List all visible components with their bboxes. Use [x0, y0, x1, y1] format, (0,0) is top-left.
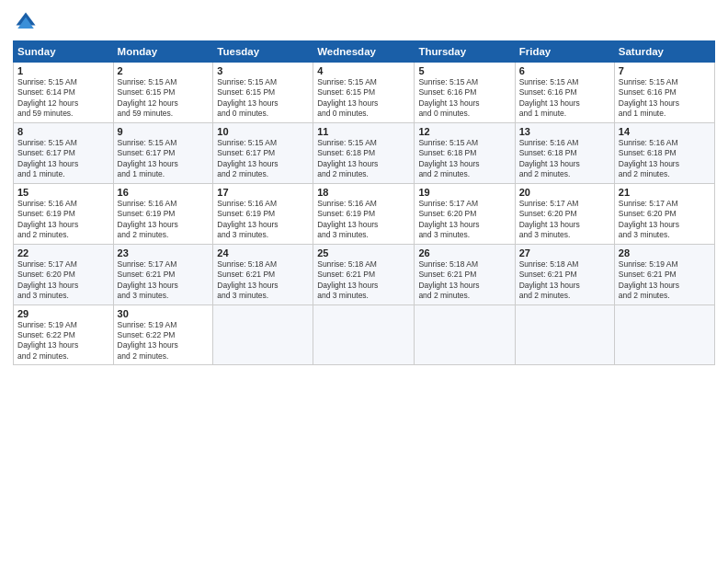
day-info: Sunrise: 5:17 AMSunset: 6:20 PMDaylight … [17, 259, 109, 302]
day-info: Sunrise: 5:16 AMSunset: 6:19 PMDaylight … [217, 199, 309, 241]
day-info: Sunrise: 5:15 AMSunset: 6:15 PMDaylight … [217, 77, 309, 120]
calendar-row: 29Sunrise: 5:19 AMSunset: 6:22 PMDayligh… [14, 304, 715, 365]
table-row: 12Sunrise: 5:15 AMSunset: 6:18 PMDayligh… [415, 122, 515, 183]
col-friday: Friday [515, 41, 614, 63]
calendar-header-row: Sunday Monday Tuesday Wednesday Thursday… [14, 41, 715, 63]
day-info: Sunrise: 5:18 AMSunset: 6:21 PMDaylight … [519, 259, 610, 302]
table-row: 28Sunrise: 5:19 AMSunset: 6:21 PMDayligh… [614, 244, 714, 304]
calendar-row: 1Sunrise: 5:15 AMSunset: 6:14 PMDaylight… [14, 63, 715, 123]
table-row: 24Sunrise: 5:18 AMSunset: 6:21 PMDayligh… [213, 244, 313, 304]
day-info: Sunrise: 5:19 AMSunset: 6:22 PMDaylight … [118, 320, 210, 362]
day-number: 27 [519, 247, 610, 259]
day-number: 13 [519, 126, 610, 137]
table-row [313, 304, 415, 365]
day-number: 3 [217, 65, 309, 76]
day-number: 8 [17, 126, 109, 137]
calendar-row: 8Sunrise: 5:15 AMSunset: 6:17 PMDaylight… [14, 122, 715, 183]
logo [13, 9, 42, 35]
table-row: 25Sunrise: 5:18 AMSunset: 6:21 PMDayligh… [313, 244, 415, 304]
day-info: Sunrise: 5:17 AMSunset: 6:20 PMDaylight … [619, 199, 711, 241]
table-row: 17Sunrise: 5:16 AMSunset: 6:19 PMDayligh… [213, 183, 313, 244]
calendar-row: 15Sunrise: 5:16 AMSunset: 6:19 PMDayligh… [14, 183, 715, 244]
day-info: Sunrise: 5:15 AMSunset: 6:15 PMDaylight … [118, 77, 210, 120]
day-number: 10 [217, 126, 309, 137]
day-number: 19 [418, 187, 510, 198]
day-info: Sunrise: 5:18 AMSunset: 6:21 PMDaylight … [418, 259, 510, 302]
table-row: 22Sunrise: 5:17 AMSunset: 6:20 PMDayligh… [14, 244, 114, 304]
day-number: 1 [17, 65, 109, 76]
page: Sunday Monday Tuesday Wednesday Thursday… [0, 0, 728, 563]
col-monday: Monday [113, 41, 213, 63]
col-thursday: Thursday [415, 41, 515, 63]
day-number: 22 [17, 247, 109, 259]
day-number: 29 [17, 308, 109, 319]
day-info: Sunrise: 5:16 AMSunset: 6:19 PMDaylight … [317, 199, 410, 241]
day-number: 25 [317, 247, 410, 259]
day-info: Sunrise: 5:16 AMSunset: 6:18 PMDaylight … [619, 138, 711, 180]
day-info: Sunrise: 5:17 AMSunset: 6:21 PMDaylight … [118, 259, 210, 302]
day-number: 26 [418, 247, 510, 259]
day-number: 14 [619, 126, 711, 137]
table-row: 13Sunrise: 5:16 AMSunset: 6:18 PMDayligh… [515, 122, 614, 183]
table-row [515, 304, 614, 365]
day-info: Sunrise: 5:15 AMSunset: 6:16 PMDaylight … [619, 77, 711, 120]
day-info: Sunrise: 5:15 AMSunset: 6:16 PMDaylight … [519, 77, 610, 120]
day-number: 15 [17, 187, 109, 198]
day-info: Sunrise: 5:19 AMSunset: 6:21 PMDaylight … [619, 259, 711, 302]
col-sunday: Sunday [14, 41, 114, 63]
day-info: Sunrise: 5:18 AMSunset: 6:21 PMDaylight … [217, 259, 309, 302]
table-row: 16Sunrise: 5:16 AMSunset: 6:19 PMDayligh… [113, 183, 213, 244]
day-number: 21 [619, 187, 711, 198]
table-row [614, 304, 714, 365]
table-row: 10Sunrise: 5:15 AMSunset: 6:17 PMDayligh… [213, 122, 313, 183]
table-row: 5Sunrise: 5:15 AMSunset: 6:16 PMDaylight… [415, 63, 515, 123]
table-row: 29Sunrise: 5:19 AMSunset: 6:22 PMDayligh… [14, 304, 114, 365]
day-number: 11 [317, 126, 410, 137]
day-number: 16 [118, 187, 210, 198]
day-info: Sunrise: 5:15 AMSunset: 6:16 PMDaylight … [418, 77, 510, 120]
day-number: 12 [418, 126, 510, 137]
logo-icon [13, 9, 39, 35]
table-row: 15Sunrise: 5:16 AMSunset: 6:19 PMDayligh… [14, 183, 114, 244]
day-info: Sunrise: 5:19 AMSunset: 6:22 PMDaylight … [17, 320, 109, 362]
table-row: 19Sunrise: 5:17 AMSunset: 6:20 PMDayligh… [415, 183, 515, 244]
day-info: Sunrise: 5:15 AMSunset: 6:17 PMDaylight … [217, 138, 309, 180]
table-row: 9Sunrise: 5:15 AMSunset: 6:17 PMDaylight… [113, 122, 213, 183]
day-info: Sunrise: 5:15 AMSunset: 6:17 PMDaylight … [17, 138, 109, 180]
day-number: 23 [118, 247, 210, 259]
day-info: Sunrise: 5:15 AMSunset: 6:17 PMDaylight … [118, 138, 210, 180]
day-info: Sunrise: 5:16 AMSunset: 6:19 PMDaylight … [17, 199, 109, 241]
table-row: 30Sunrise: 5:19 AMSunset: 6:22 PMDayligh… [113, 304, 213, 365]
table-row [213, 304, 313, 365]
day-info: Sunrise: 5:15 AMSunset: 6:15 PMDaylight … [317, 77, 410, 120]
calendar: Sunday Monday Tuesday Wednesday Thursday… [13, 40, 715, 365]
day-info: Sunrise: 5:16 AMSunset: 6:19 PMDaylight … [118, 199, 210, 241]
table-row: 4Sunrise: 5:15 AMSunset: 6:15 PMDaylight… [313, 63, 415, 123]
day-number: 28 [619, 247, 711, 259]
day-info: Sunrise: 5:15 AMSunset: 6:18 PMDaylight … [317, 138, 410, 180]
table-row: 27Sunrise: 5:18 AMSunset: 6:21 PMDayligh… [515, 244, 614, 304]
day-number: 6 [519, 65, 610, 76]
day-info: Sunrise: 5:15 AMSunset: 6:14 PMDaylight … [17, 77, 109, 120]
day-info: Sunrise: 5:17 AMSunset: 6:20 PMDaylight … [519, 199, 610, 241]
day-number: 2 [118, 65, 210, 76]
day-info: Sunrise: 5:18 AMSunset: 6:21 PMDaylight … [317, 259, 410, 302]
day-number: 30 [118, 308, 210, 319]
table-row: 11Sunrise: 5:15 AMSunset: 6:18 PMDayligh… [313, 122, 415, 183]
table-row: 21Sunrise: 5:17 AMSunset: 6:20 PMDayligh… [614, 183, 714, 244]
table-row [415, 304, 515, 365]
day-info: Sunrise: 5:17 AMSunset: 6:20 PMDaylight … [418, 199, 510, 241]
table-row: 2Sunrise: 5:15 AMSunset: 6:15 PMDaylight… [113, 63, 213, 123]
col-saturday: Saturday [614, 41, 714, 63]
col-wednesday: Wednesday [313, 41, 415, 63]
table-row: 18Sunrise: 5:16 AMSunset: 6:19 PMDayligh… [313, 183, 415, 244]
day-info: Sunrise: 5:16 AMSunset: 6:18 PMDaylight … [519, 138, 610, 180]
table-row: 20Sunrise: 5:17 AMSunset: 6:20 PMDayligh… [515, 183, 614, 244]
table-row: 8Sunrise: 5:15 AMSunset: 6:17 PMDaylight… [14, 122, 114, 183]
day-number: 5 [418, 65, 510, 76]
table-row: 26Sunrise: 5:18 AMSunset: 6:21 PMDayligh… [415, 244, 515, 304]
day-number: 24 [217, 247, 309, 259]
day-info: Sunrise: 5:15 AMSunset: 6:18 PMDaylight … [418, 138, 510, 180]
col-tuesday: Tuesday [213, 41, 313, 63]
header [13, 9, 715, 35]
